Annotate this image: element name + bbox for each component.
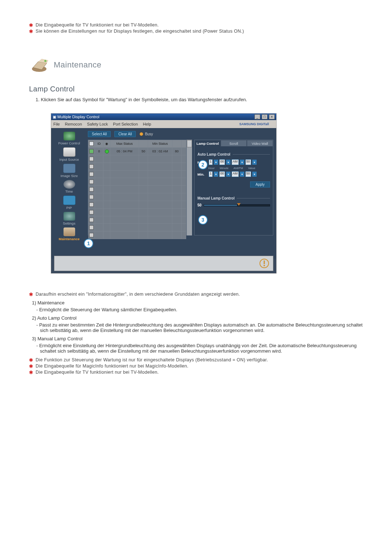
close-icon[interactable]: × — [269, 114, 275, 119]
tab-video-wall[interactable]: Video Wall — [247, 140, 273, 147]
star-icon: ✱ — [29, 370, 36, 375]
row-checkbox[interactable] — [89, 157, 94, 161]
app-icon: ▣ — [53, 115, 56, 119]
titlebar: ▣ Multiple Display Control _ □ × — [51, 114, 276, 120]
sidebar-item-maintenance[interactable]: Maintenance — [52, 227, 86, 241]
clear-all-button[interactable]: Clear All — [114, 131, 136, 137]
table-row[interactable]: 0 05 : 04 PM 50 03 : 02 AM 80 — [88, 148, 186, 155]
callout-2: 2 — [198, 160, 208, 169]
max-minute[interactable]: 00 — [219, 159, 225, 165]
minimize-icon[interactable]: _ — [254, 114, 260, 119]
col-min-status: Min Status — [148, 140, 172, 147]
note-on: ✱Die Funktion zur Steuerung der Wartung … — [29, 357, 363, 363]
row-checkbox[interactable] — [89, 202, 94, 207]
apply-button[interactable]: Apply — [250, 181, 270, 188]
svg-point-4 — [264, 265, 265, 266]
row-checkbox[interactable] — [89, 180, 94, 184]
chevron-down-icon[interactable]: ▾ — [214, 172, 218, 177]
menu-safety-lock[interactable]: Safety Lock — [87, 122, 108, 126]
max-ampm[interactable]: AM — [232, 159, 239, 165]
item-2-title: 2) Auto Lamp Control — [32, 315, 363, 321]
min-hour[interactable]: 1 — [209, 171, 213, 177]
min-ampm[interactable]: AM — [232, 171, 239, 177]
note-tv: ✱Die Eingabequelle für TV funktioniert n… — [29, 22, 363, 28]
min-minute[interactable]: 00 — [219, 171, 225, 177]
sidebar: Power Control Input Source Image Size Ti… — [51, 128, 87, 259]
max-value[interactable]: 50 — [245, 159, 251, 165]
sidebar-item-settings[interactable]: Settings — [52, 212, 86, 225]
chevron-down-icon[interactable]: ▾ — [226, 172, 230, 177]
col-id: ID — [95, 140, 103, 147]
row-max-time: 05 : 04 PM — [110, 148, 139, 155]
chevron-down-icon[interactable]: ▾ — [214, 160, 218, 165]
sidebar-item-input[interactable]: Input Source — [52, 147, 86, 161]
column-labels: Hour Minute AM/PM Value — [208, 167, 270, 170]
chevron-down-icon[interactable]: ▾ — [226, 160, 230, 165]
sidebar-item-power[interactable]: Power Control — [52, 132, 86, 145]
maximize-icon[interactable]: □ — [262, 114, 268, 119]
col-min-val — [172, 140, 181, 147]
row-max: Max. 1▾ 00▾ AM▾ 50▾ — [197, 159, 270, 165]
callout-3: 3 — [198, 215, 208, 225]
section-header: Maintenance — [29, 56, 363, 74]
slider-value: 50 — [197, 203, 201, 207]
row-checkbox[interactable] — [89, 187, 94, 192]
chevron-down-icon[interactable]: ▾ — [240, 160, 244, 165]
time-icon — [64, 180, 75, 189]
col-max-status: Max Status — [110, 140, 139, 147]
item-3-title: 3) Manual Lamp Control — [32, 336, 363, 341]
maintenance-icon — [29, 56, 51, 74]
row-checkbox[interactable] — [89, 149, 94, 153]
row-checkbox[interactable] — [89, 172, 94, 176]
row-min-val: 80 — [172, 148, 181, 155]
menu-port-selection[interactable]: Port Selection — [113, 122, 138, 126]
sidebar-item-time[interactable]: Time — [52, 180, 86, 193]
image-size-icon — [63, 164, 75, 173]
tab-scroll[interactable]: Scroll — [221, 140, 247, 147]
busy-icon — [139, 132, 143, 136]
info-note: ✱Daraufhin erscheint ein "Informationsgi… — [29, 292, 363, 297]
group-manual-lamp: Manual Lamp Control — [197, 196, 270, 200]
item-2-desc: - Passt zu einer bestimmten Zeit die Hin… — [40, 322, 363, 333]
note-magicinfo: ✱Die Eingabequelle für MagicInfo funktio… — [29, 364, 363, 369]
menubar: File Remocon Safety Lock Port Selection … — [51, 120, 276, 128]
app-screenshot: ▣ Multiple Display Control _ □ × File Re… — [51, 113, 277, 274]
row-min-time: 03 : 02 AM — [148, 148, 172, 155]
row-checkbox[interactable] — [89, 218, 94, 222]
row-id: 0 — [95, 148, 103, 155]
slider-handle-icon[interactable] — [237, 203, 241, 206]
pip-icon — [63, 196, 75, 205]
row-checkbox[interactable] — [89, 164, 94, 169]
app-title: Multiple Display Control — [57, 115, 99, 119]
svg-rect-3 — [264, 260, 265, 264]
maintenance-small-icon — [64, 227, 75, 236]
manual-lamp-slider[interactable]: 50 — [197, 203, 270, 207]
col-max-val — [139, 140, 148, 147]
menu-remocon[interactable]: Remocon — [65, 122, 82, 126]
description-list: 1) Maintenance - Ermöglicht die Steuerun… — [29, 300, 363, 354]
group-auto-lamp: Auto Lamp Control — [197, 152, 270, 156]
item-3-desc: - Ermöglicht eine Einstellung der Hinter… — [40, 343, 363, 354]
col-check — [88, 140, 95, 147]
chevron-down-icon[interactable]: ▾ — [252, 160, 257, 165]
max-hour[interactable]: 1 — [209, 159, 213, 165]
menu-help[interactable]: Help — [143, 122, 151, 126]
row-checkbox[interactable] — [89, 233, 94, 237]
sidebar-item-pip[interactable]: PIP — [52, 196, 86, 210]
display-grid: ID ◉ Max Status Min Status 0 05 : 04 PM — [88, 140, 187, 235]
sidebar-item-image[interactable]: Image Size — [52, 164, 86, 178]
row-checkbox[interactable] — [89, 210, 94, 214]
status-bar — [54, 256, 273, 271]
star-icon: ✱ — [29, 29, 36, 34]
menu-file[interactable]: File — [53, 122, 60, 126]
select-all-button[interactable]: Select All — [88, 131, 111, 137]
row-checkbox[interactable] — [89, 225, 94, 230]
chevron-down-icon[interactable]: ▾ — [252, 172, 257, 177]
tab-lamp-control[interactable]: Lamp Control — [195, 140, 221, 147]
row-checkbox[interactable] — [89, 195, 94, 199]
item-1-desc: - Ermöglicht die Steuerung der Wartung s… — [40, 307, 363, 312]
min-value[interactable]: 50 — [245, 171, 251, 177]
col-status: ◉ — [103, 140, 110, 147]
grid-scrollbar[interactable] — [187, 140, 192, 235]
chevron-down-icon[interactable]: ▾ — [240, 172, 244, 177]
